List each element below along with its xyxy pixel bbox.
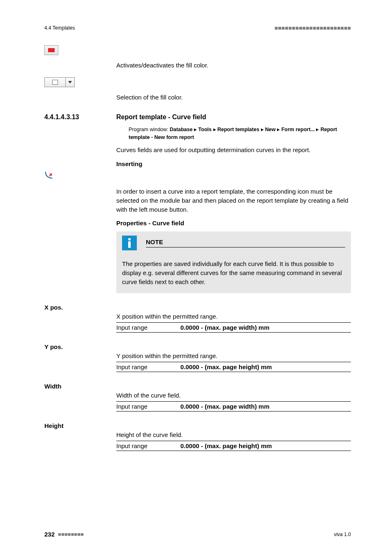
curve-tool-icon — [44, 171, 53, 180]
header-ornament: ■■■■■■■■■■■■■■■■■■■■■■ — [274, 25, 351, 31]
input-range-row: Input range 0.0000 - (max. page height) … — [116, 362, 351, 372]
note-box: NOTE The properties are saved individual… — [116, 231, 351, 293]
prop-desc: Height of the curve field. — [116, 431, 351, 438]
color-box-icon — [52, 80, 58, 85]
section-title: Report template - Curve field — [116, 113, 351, 121]
breadcrumb-item: New — [265, 127, 276, 132]
breadcrumb: Program window: Database ▶ Tools ▶ Repor… — [129, 126, 351, 142]
fill-toggle-description: Activates/deactivates the fill color. — [116, 61, 351, 70]
range-label: Input range — [116, 403, 180, 410]
prop-desc: Width of the curve field. — [116, 392, 351, 399]
input-range-row: Input range 0.0000 - (max. page height) … — [116, 441, 351, 451]
breadcrumb-item: Tools — [198, 127, 212, 132]
note-body: The properties are saved individually fo… — [122, 259, 345, 286]
footer-version: viva 1.0 — [334, 532, 351, 537]
prop-label-ypos: Y pos. — [44, 343, 116, 350]
inserting-heading: Inserting — [116, 160, 351, 167]
fill-color-toggle-button[interactable] — [44, 45, 58, 55]
inserting-text: In order to insert a curve into a report… — [116, 187, 351, 214]
prop-label-height: Height — [44, 422, 116, 429]
prop-desc: Y position within the permitted range. — [116, 352, 351, 359]
fill-color-dropdown[interactable] — [44, 77, 116, 87]
breadcrumb-item: Database — [170, 127, 193, 132]
fill-select-description: Selection of the fill color. — [116, 93, 351, 102]
dropdown-arrow-icon — [66, 77, 75, 87]
range-label: Input range — [116, 324, 180, 331]
range-label: Input range — [116, 442, 180, 449]
info-icon — [122, 236, 137, 250]
breadcrumb-item: Report templates — [217, 127, 259, 132]
note-title: NOTE — [146, 238, 345, 247]
breadcrumb-item: Form report... — [281, 127, 315, 132]
input-range-row: Input range 0.0000 - (max. page width) m… — [116, 322, 351, 333]
range-label: Input range — [116, 363, 180, 370]
prop-desc: X position within the permitted range. — [116, 313, 351, 320]
footer-ornament: ■■■■■■■■ — [58, 531, 84, 537]
range-value: 0.0000 - (max. page height) mm — [180, 363, 272, 370]
range-value: 0.0000 - (max. page height) mm — [180, 442, 272, 449]
section-intro-text: Curves fields are used for outputting de… — [116, 146, 351, 155]
prop-label-width: Width — [44, 383, 116, 390]
page-number: 232 — [44, 531, 55, 538]
fill-color-swatch-icon — [48, 48, 55, 52]
properties-heading: Properties - Curve field — [116, 220, 351, 227]
header-section: 4.4 Templates — [44, 25, 75, 31]
prop-label-xpos: X pos. — [44, 304, 116, 311]
section-number: 4.4.1.4.3.13 — [44, 113, 116, 121]
input-range-row: Input range 0.0000 - (max. page width) m… — [116, 401, 351, 412]
range-value: 0.0000 - (max. page width) mm — [180, 324, 270, 331]
breadcrumb-prefix: Program window: — [129, 127, 170, 132]
range-value: 0.0000 - (max. page width) mm — [180, 403, 270, 410]
